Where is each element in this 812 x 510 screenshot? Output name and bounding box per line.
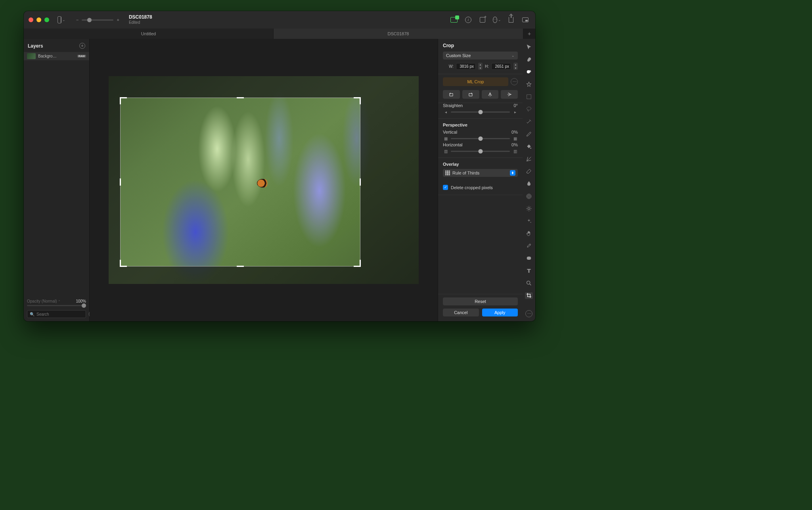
picture-in-picture-icon[interactable] (522, 16, 529, 23)
bucket-tool-icon[interactable] (525, 143, 533, 150)
crop-handle-left[interactable] (120, 178, 127, 186)
gradient-tool-icon[interactable] (525, 155, 533, 162)
panel-more-icon[interactable]: ⋯ (525, 310, 533, 317)
flip-horizontal-button[interactable] (482, 90, 499, 99)
straighten-right-icon: ▸ (512, 109, 518, 114)
width-stepper[interactable]: ▲▼ (478, 63, 483, 70)
lasso-tool-icon[interactable] (525, 106, 533, 113)
opacity-slider[interactable] (27, 305, 86, 306)
sidebar-toggle-button[interactable]: ⌄ (58, 16, 65, 23)
crop-handle-bottom-left[interactable] (120, 260, 127, 267)
crop-handle-bottom[interactable] (237, 260, 244, 267)
close-window-button[interactable] (29, 17, 33, 22)
zoom-out-button[interactable]: − (76, 17, 79, 22)
light-tool-icon[interactable] (525, 205, 533, 212)
share-icon[interactable] (508, 16, 515, 23)
width-label: W: (449, 64, 454, 69)
marquee-tool-icon[interactable] (525, 93, 533, 100)
text-tool-icon[interactable] (525, 267, 533, 274)
crop-handle-right[interactable] (354, 178, 361, 186)
horizontal-slider[interactable] (451, 151, 510, 152)
straighten-left-icon: ◂ (443, 109, 448, 114)
radial-tool-icon[interactable] (525, 193, 533, 199)
search-icon: 🔍 (30, 312, 34, 316)
delete-pixels-checkbox[interactable]: ✓ (443, 185, 448, 190)
layers-panel-title: Layers (28, 43, 43, 49)
tab-document[interactable]: DSC01878 (274, 29, 523, 39)
layer-search[interactable]: 🔍 ≡ (27, 310, 86, 318)
tab-bar: Untitled DSC01878 + (24, 29, 535, 39)
horizontal-left-icon: ▥ (443, 149, 448, 153)
minimize-window-button[interactable] (36, 17, 41, 22)
height-field[interactable]: 2651 px (491, 63, 511, 70)
delete-pixels-row[interactable]: ✓ Delete cropped pixels (438, 181, 523, 195)
brush-tool-icon[interactable] (525, 56, 533, 63)
add-layer-button[interactable]: + (79, 43, 85, 49)
overlay-heading: Overlay (438, 158, 523, 169)
reset-button[interactable]: Reset (443, 297, 518, 305)
fullscreen-window-button[interactable] (44, 17, 49, 22)
straighten-slider[interactable] (451, 111, 510, 113)
crop-handle-bottom-right[interactable] (354, 260, 361, 267)
vertical-left-icon: ▦ (443, 136, 448, 141)
horizontal-value: 0% (511, 142, 518, 147)
crop-selection[interactable] (121, 98, 360, 266)
crop-tool-icon[interactable] (525, 292, 533, 299)
crop-handle-top[interactable] (237, 97, 244, 104)
sparkle-tool-icon[interactable] (525, 218, 533, 224)
shape-tool-icon[interactable] (525, 255, 533, 262)
zoom-in-button[interactable]: + (117, 17, 119, 22)
wand-tool-icon[interactable] (525, 118, 533, 125)
height-stepper[interactable]: ▲▼ (513, 63, 518, 70)
raw-badge: RAW (77, 55, 86, 58)
vertical-label: Vertical (443, 130, 457, 134)
eyedropper-tool-icon[interactable] (525, 242, 533, 249)
opacity-control: Opacity (Normal) ⌃ 100% (27, 299, 86, 303)
window-controls (29, 17, 49, 22)
overlay-dropdown[interactable]: Rule of Thirds ▲▼ (443, 169, 518, 177)
smudge-tool-icon[interactable] (525, 69, 533, 75)
flip-vertical-button[interactable] (501, 90, 518, 99)
inspector-panel: Crop Custom Size⌄ W: 3816 px ▲▼ H: 2651 … (438, 39, 523, 321)
blur-tool-icon[interactable] (525, 180, 533, 187)
compare-icon[interactable] (450, 16, 458, 23)
titlebar: ⌄ − + DSC01878 Edited i ⋯⌄ (24, 11, 535, 29)
crop-handle-top-left[interactable] (120, 97, 127, 104)
star-tool-icon[interactable] (525, 81, 533, 88)
more-options-icon[interactable]: ⋯⌄ (493, 16, 500, 23)
dropdown-chevron-icon: ▲▼ (510, 170, 515, 176)
search-input[interactable] (36, 312, 87, 316)
width-field[interactable]: 3816 px (456, 63, 476, 70)
zoom-tool-icon[interactable] (525, 280, 533, 286)
hand-tool-icon[interactable] (525, 230, 533, 237)
crop-handle-top-right[interactable] (354, 97, 361, 104)
info-icon[interactable]: i (465, 16, 472, 23)
add-tab-button[interactable]: + (523, 29, 535, 39)
pen-tool-icon[interactable] (525, 130, 533, 137)
tab-untitled[interactable]: Untitled (24, 29, 274, 39)
new-window-icon[interactable] (479, 16, 486, 23)
eraser-tool-icon[interactable] (525, 168, 533, 174)
arrow-tool-icon[interactable] (525, 44, 533, 50)
svg-point-11 (527, 281, 530, 284)
zoom-slider[interactable] (82, 19, 113, 21)
canvas[interactable] (90, 39, 438, 321)
layer-row-background[interactable]: Backgro… RAW (24, 52, 89, 60)
crop-size-mode-dropdown[interactable]: Custom Size⌄ (443, 52, 518, 59)
svg-point-6 (528, 196, 530, 197)
ml-crop-button[interactable]: ML Crop (443, 77, 508, 86)
rotate-cw-button[interactable] (462, 90, 479, 99)
ml-crop-options-button[interactable]: ⋯ (511, 78, 518, 85)
vertical-slider[interactable] (451, 138, 510, 139)
cancel-button[interactable]: Cancel (443, 309, 479, 316)
zoom-controls: − + (76, 17, 119, 22)
svg-point-9 (528, 207, 530, 209)
rotate-ccw-button[interactable] (443, 90, 460, 99)
apply-button[interactable]: Apply (482, 309, 518, 316)
straighten-value: 0° (513, 103, 518, 108)
crop-panel-title: Crop (438, 39, 523, 52)
layer-name: Backgro… (38, 54, 57, 58)
straighten-label: Straighten (443, 103, 463, 108)
svg-point-3 (529, 70, 531, 72)
image-preview (109, 76, 419, 284)
